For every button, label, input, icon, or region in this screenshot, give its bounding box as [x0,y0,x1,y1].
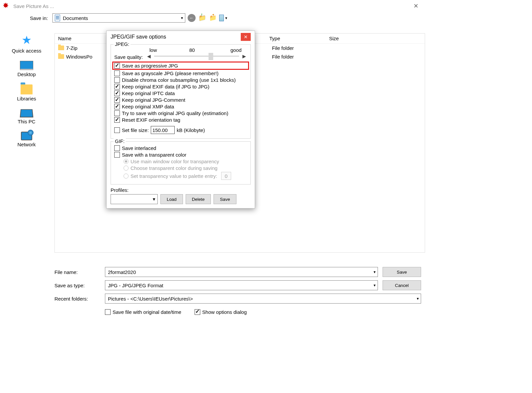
save-in-select[interactable]: Documents ▾ [52,13,185,23]
save-in-row: Save in: Documents ▾ ← 📁 📁 ▼ [0,12,425,24]
show-options-checkbox[interactable]: Show options dialog [195,309,247,315]
checkbox-icon [114,90,120,96]
checkbox-icon [114,70,120,76]
window-title: Save Picture As ... [13,3,54,9]
this-pc-icon [20,109,34,117]
chevron-down-icon: ▾ [374,283,376,288]
checkbox-icon [114,145,120,151]
desktop-icon [20,61,33,70]
grayscale-checkbox[interactable]: Save as grayscale JPG (please remember!) [114,70,247,76]
place-network[interactable]: Network [3,132,50,147]
profiles-select[interactable]: ▾ [111,194,158,204]
profile-delete-button[interactable]: Delete [186,194,211,204]
checkbox-icon [114,63,120,68]
cancel-button[interactable]: Cancel [383,280,421,290]
original-quality-checkbox[interactable]: Try to save with original JPG quality (e… [114,110,247,116]
keep-iptc-checkbox[interactable]: Keep original IPTC data [114,90,247,96]
save-in-label: Save in: [30,15,48,21]
save-type-select[interactable]: JPG - JPG/JPEG Format ▾ [105,280,378,290]
chevron-down-icon: ▾ [153,196,155,202]
slider-right-icon[interactable]: ▶ [241,54,247,59]
trans-choose-radio: Choose transparent color during saving [124,165,247,171]
nav-back-button[interactable]: ← [187,14,196,22]
save-original-date-checkbox[interactable]: Save file with original date/time [105,309,181,315]
checkbox-icon [114,152,120,158]
checkbox-icon [105,309,111,315]
set-file-size-checkbox[interactable] [114,127,120,133]
place-this-pc[interactable]: This PC [3,109,50,124]
trans-palette-radio: Set transparency value to palette entry:… [124,172,247,180]
keep-exif-checkbox[interactable]: Keep original EXIF data (if JPG to JPG) [114,84,247,89]
profile-save-button[interactable]: Save [214,194,236,204]
chevron-down-icon: ▾ [181,16,183,20]
reset-orientation-checkbox[interactable]: Reset EXIF orientation tag [114,117,247,123]
places-bar: ★ Quick access Desktop Libraries This PC… [3,33,50,155]
checkbox-icon [195,309,200,315]
save-quality-label: Save quality: [114,54,143,60]
place-desktop[interactable]: Desktop [3,61,50,77]
filename-input[interactable]: 2format2020 ▾ [105,267,378,277]
quick-access-icon: ★ [22,33,32,47]
gif-group: GIF: Save interlaced Save with a transpa… [111,141,251,185]
interlaced-checkbox[interactable]: Save interlaced [114,145,247,151]
modal-close-button[interactable]: ✕ [241,33,251,41]
profiles-label: Profiles: [111,187,251,193]
titlebar: Save Picture As ... ✕ [0,0,425,12]
slider-left-icon[interactable]: ◀ [146,54,152,59]
folder-new-button[interactable]: 📁 [209,14,217,22]
place-libraries[interactable]: Libraries [3,84,50,101]
checkbox-icon [114,77,120,83]
profile-load-button[interactable]: Load [160,194,183,204]
chevron-down-icon: ▾ [417,296,419,301]
jpeg-gif-options-dialog: JPEG/GIF save options ✕ JPEG: low 80 goo… [106,31,255,208]
chroma-subsampling-checkbox[interactable]: Disable chroma color subsampling (use 1x… [114,77,247,83]
save-transparent-checkbox[interactable]: Save with a transparent color [114,152,247,158]
close-icon[interactable]: ✕ [409,1,422,11]
progressive-jpg-checkbox[interactable]: Save as progressive JPG [113,62,248,69]
filename-label: File name: [54,269,105,275]
jpeg-group: JPEG: low 80 good Save quality: ◀ ▶ Save… [111,44,251,139]
radio-icon [124,159,129,164]
radio-icon [124,166,129,171]
set-file-size-row: Set file size: kB (Kilobyte) [114,126,247,134]
save-button[interactable]: Save [383,267,421,277]
keep-xmp-checkbox[interactable]: Keep original XMP data [114,104,247,109]
chevron-down-icon: ▾ [374,270,376,274]
modal-title: JPEG/GIF save options [111,34,166,40]
recent-label: Recent folders: [54,296,105,302]
checkbox-icon [114,97,120,103]
col-size[interactable]: Size [326,36,425,41]
trans-main-radio: Use main window color for transparency [124,159,247,164]
checkbox-icon [114,84,120,89]
view-menu-button[interactable]: ▼ [219,14,228,22]
folder-icon [58,54,64,59]
bottom-panel: File name: 2format2020 ▾ Save Save as ty… [54,264,421,317]
app-icon [3,2,11,10]
save-type-label: Save as type: [54,283,105,288]
recent-folders-select[interactable]: Pictures - <C:\Users\IEUser\Pictures\> ▾ [105,294,421,304]
slider-thumb[interactable] [209,53,213,60]
documents-icon [55,15,60,21]
profiles-section: Profiles: ▾ Load Delete Save [111,187,251,204]
folder-up-button[interactable]: 📁 [198,14,207,22]
keep-comment-checkbox[interactable]: Keep original JPG-Comment [114,97,247,103]
network-icon [21,132,32,140]
checkbox-icon [114,117,120,123]
save-in-value: Documents [63,15,88,21]
quality-slider[interactable]: ◀ ▶ [146,54,247,59]
radio-icon [124,174,129,179]
palette-entry-value: 0 [221,172,231,180]
folder-icon [58,46,64,50]
col-type[interactable]: Type [266,36,326,41]
checkbox-icon [114,110,120,116]
place-quick-access[interactable]: ★ Quick access [3,33,50,54]
file-size-input[interactable] [151,126,175,134]
libraries-icon [21,84,33,94]
checkbox-icon [114,104,120,109]
